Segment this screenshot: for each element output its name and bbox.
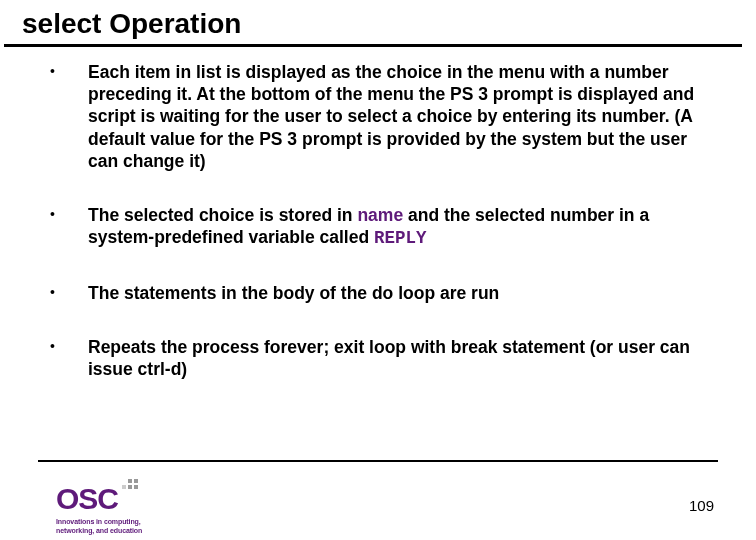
bullet-marker: •	[50, 336, 88, 380]
page-number: 109	[689, 497, 714, 514]
svg-rect-3	[128, 485, 132, 489]
bullet-text: The selected choice is stored in name an…	[88, 204, 716, 249]
keyword-reply: REPLY	[374, 228, 427, 248]
bullet-marker: •	[50, 204, 88, 249]
osc-logo-icon: OSC	[56, 477, 146, 517]
svg-rect-1	[128, 479, 132, 483]
bullet-text: Each item in list is displayed as the ch…	[88, 61, 716, 172]
list-item: • Each item in list is displayed as the …	[50, 61, 716, 172]
logo-tagline-1: Innovations in computing,	[56, 518, 152, 525]
keyword-name: name	[357, 205, 403, 225]
footer-divider	[38, 460, 718, 462]
svg-rect-5	[122, 485, 126, 489]
logo-tagline-2: networking, and education	[56, 527, 152, 534]
list-item: • Repeats the process forever; exit loop…	[50, 336, 716, 380]
bullet-text: Repeats the process forever; exit loop w…	[88, 336, 716, 380]
svg-rect-4	[134, 485, 138, 489]
osc-logo: OSC Innovations in computing, networking…	[56, 477, 152, 534]
list-item: • The statements in the body of the do l…	[50, 282, 716, 304]
text-fragment: The selected choice is stored in	[88, 205, 357, 225]
slide-title: select Operation	[4, 0, 742, 47]
list-item: • The selected choice is stored in name …	[50, 204, 716, 249]
bullet-text: The statements in the body of the do loo…	[88, 282, 716, 304]
svg-text:OSC: OSC	[56, 482, 118, 515]
slide-body: • Each item in list is displayed as the …	[0, 47, 756, 380]
svg-rect-2	[134, 479, 138, 483]
bullet-marker: •	[50, 61, 88, 172]
bullet-marker: •	[50, 282, 88, 304]
